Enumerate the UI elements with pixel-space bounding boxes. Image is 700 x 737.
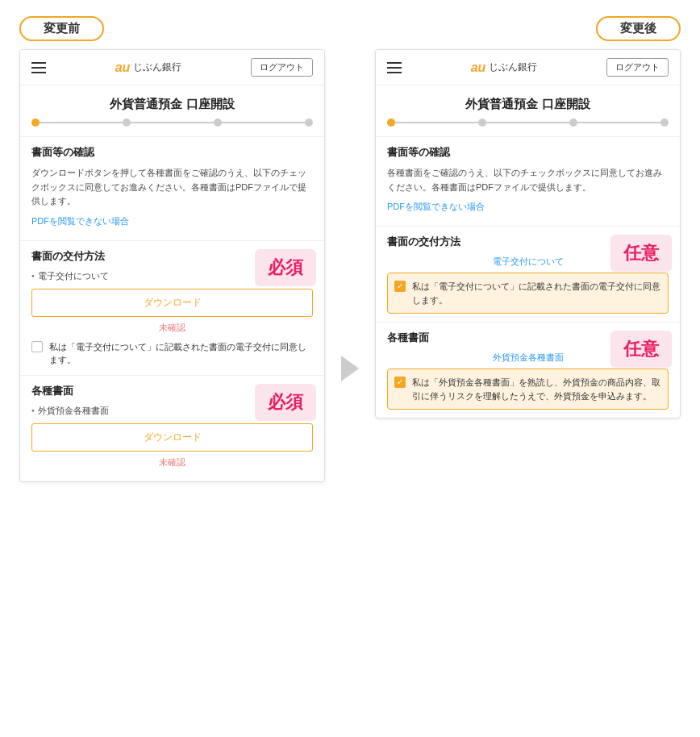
before-delivery-badge: 必須 xyxy=(255,249,316,286)
before-confirm-desc: ダウンロードボタンを押して各種書面をご確認のうえ、以下のチェックボックスに同意し… xyxy=(31,166,313,209)
after-delivery-checkbox-text: 私は「電子交付について」に記載された書面の電子交付に同意します。 xyxy=(412,280,661,306)
before-docs-section: 各種書面 必須 外貨預金各種書面 ダウンロード 未確認 xyxy=(20,375,324,481)
before-delivery-unconfirmed: 未確認 xyxy=(31,322,313,334)
after-delivery-checkbox[interactable] xyxy=(394,281,406,292)
after-logout-button[interactable]: ログアウト xyxy=(606,58,669,77)
hamburger-icon[interactable] xyxy=(31,62,46,73)
progress-line-1 xyxy=(40,122,123,123)
after-hamburger-icon[interactable] xyxy=(387,62,402,73)
progress-dot-3 xyxy=(214,119,222,127)
after-delivery-badge: 任意 xyxy=(610,235,672,272)
logout-button[interactable]: ログアウト xyxy=(251,58,313,77)
after-progress-dot-1 xyxy=(387,119,395,127)
after-docs-section: 各種書面 任意 外貨預金各種書面 私は「外貨預金各種書面」を熟読し、外貨預金の商… xyxy=(376,322,680,418)
arrow-right-icon xyxy=(341,356,359,381)
before-docs-download[interactable]: ダウンロード xyxy=(31,423,313,452)
after-docs-checkbox[interactable] xyxy=(394,377,406,388)
before-page-title: 外貨普通預金 口座開設 xyxy=(20,85,324,119)
after-delivery-checked-row: 私は「電子交付について」に記載された書面の電子交付に同意します。 xyxy=(387,273,669,314)
logo-au: au xyxy=(115,60,131,75)
after-confirm-section: 書面等の確認 各種書面をご確認のうえ、以下のチェックボックスに同意してお進みくだ… xyxy=(376,136,680,226)
after-logo-text: じぶん銀行 xyxy=(489,60,537,74)
before-screen: au じぶん銀行 ログアウト 外貨普通預金 口座開設 書面等の確認 ダウンロード… xyxy=(19,49,325,482)
after-screen: au じぶん銀行 ログアウト 外貨普通預金 口座開設 書面等の確認 各種書面をご… xyxy=(375,49,681,418)
after-pdf-link[interactable]: PDFを閲覧できない場合 xyxy=(387,201,669,213)
after-docs-checkbox-text: 私は「外貨預金各種書面」を熟読し、外貨預金の商品内容、取引に伴うリスクを理解した… xyxy=(412,376,661,402)
progress-line-2 xyxy=(131,122,214,123)
after-progress-line-3 xyxy=(577,122,660,123)
before-delivery-section: 書面の交付方法 必須 電子交付について ダウンロード 未確認 私は「電子交付につ… xyxy=(20,240,324,375)
arrow-between-screens xyxy=(341,49,359,381)
after-label: 変更後 xyxy=(596,16,681,41)
after-logo: au じぶん銀行 xyxy=(471,60,538,75)
progress-dot-4 xyxy=(305,119,313,127)
before-docs-badge: 必須 xyxy=(255,384,316,421)
progress-dot-2 xyxy=(123,119,131,127)
before-delivery-checkbox-text: 私は「電子交付について」に記載された書面の電子交付に同意します。 xyxy=(49,340,313,367)
progress-line-3 xyxy=(222,122,305,123)
before-delivery-badge-container: 必須 xyxy=(255,249,316,286)
after-progress-line-2 xyxy=(486,122,569,123)
before-progress-bar xyxy=(20,119,324,136)
before-confirm-section: 書面等の確認 ダウンロードボタンを押して各種書面をご確認のうえ、以下のチェックボ… xyxy=(20,136,324,240)
before-delivery-checkbox[interactable] xyxy=(31,341,43,352)
after-confirm-desc: 各種書面をご確認のうえ、以下のチェックボックスに同意してお進みください。各種書面… xyxy=(387,166,669,194)
after-progress-dot-3 xyxy=(569,119,577,127)
after-progress-line-1 xyxy=(395,122,478,123)
after-delivery-section: 書面の交付方法 任意 電子交付について 私は「電子交付について」に記載された書面… xyxy=(376,226,680,322)
after-logo-au: au xyxy=(471,60,486,75)
after-delivery-badge-container: 任意 xyxy=(610,235,672,272)
after-header: au じぶん銀行 ログアウト xyxy=(376,50,680,85)
before-label: 変更前 xyxy=(19,16,104,41)
progress-dot-1 xyxy=(31,119,40,127)
after-docs-badge-container: 任意 xyxy=(610,331,672,368)
before-delivery-download[interactable]: ダウンロード xyxy=(31,289,313,317)
after-docs-checked-row: 私は「外貨預金各種書面」を熟読し、外貨預金の商品内容、取引に伴うリスクを理解した… xyxy=(387,368,669,410)
before-header: au じぶん銀行 ログアウト xyxy=(20,50,324,85)
logo-text: じぶん銀行 xyxy=(133,60,181,74)
after-progress-dot-4 xyxy=(660,119,669,127)
before-pdf-link[interactable]: PDFを閲覧できない場合 xyxy=(31,215,313,227)
before-delivery-checkbox-row: 私は「電子交付について」に記載された書面の電子交付に同意します。 xyxy=(31,340,313,367)
after-progress-bar xyxy=(376,119,680,136)
after-docs-badge: 任意 xyxy=(610,331,672,368)
logo: au じぶん銀行 xyxy=(115,60,182,75)
before-docs-badge-container: 必須 xyxy=(255,384,316,421)
after-page-title: 外貨普通預金 口座開設 xyxy=(376,85,680,119)
before-docs-unconfirmed: 未確認 xyxy=(31,456,313,468)
after-confirm-title: 書面等の確認 xyxy=(387,145,669,160)
before-confirm-title: 書面等の確認 xyxy=(31,145,313,160)
after-progress-dot-2 xyxy=(478,119,486,127)
